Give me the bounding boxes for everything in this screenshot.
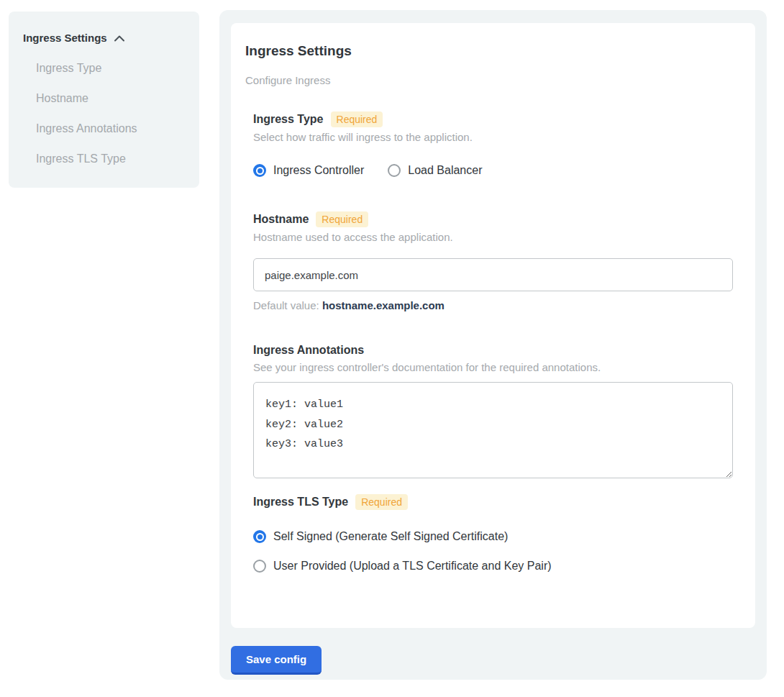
radio-option-user-provided[interactable]: User Provided (Upload a TLS Certificate …	[253, 559, 733, 573]
chevron-up-icon	[114, 35, 125, 42]
settings-sidebar: Ingress Settings Ingress Type Hostname I…	[9, 12, 199, 188]
radio-label-load-balancer[interactable]: Load Balancer	[408, 163, 482, 178]
required-badge: Required	[316, 211, 368, 227]
default-value-text: hostname.example.com	[322, 299, 445, 311]
default-value-prefix: Default value:	[253, 299, 322, 311]
card-title: Ingress Settings	[245, 43, 741, 59]
ingress-annotations-textarea[interactable]: key1: value1 key2: value2 key3: value3	[253, 382, 733, 478]
hostname-default-value: Default value: hostname.example.com	[253, 299, 733, 312]
sidebar-item-hostname[interactable]: Hostname	[23, 91, 185, 106]
radio-unselected-icon[interactable]	[253, 560, 266, 573]
sidebar-item-ingress-tls-type[interactable]: Ingress TLS Type	[23, 152, 185, 166]
sidebar-group-title: Ingress Settings	[23, 31, 107, 45]
section-label-ingress-annotations: Ingress Annotations	[253, 343, 364, 357]
section-ingress-type: Ingress Type Required Select how traffic…	[253, 111, 733, 178]
sidebar-item-ingress-annotations[interactable]: Ingress Annotations	[23, 122, 185, 136]
section-hostname: Hostname Required Hostname used to acces…	[253, 211, 733, 312]
radio-label-ingress-controller[interactable]: Ingress Controller	[273, 163, 364, 178]
section-desc-ingress-annotations: See your ingress controller's documentat…	[253, 361, 733, 374]
sidebar-item-ingress-type[interactable]: Ingress Type	[23, 61, 185, 76]
section-ingress-tls-type: Ingress TLS Type Required Self Signed (G…	[253, 494, 733, 573]
section-desc-hostname: Hostname used to access the application.	[253, 231, 733, 244]
config-panel: Ingress Settings Configure Ingress Ingre…	[219, 10, 767, 680]
radio-option-load-balancer[interactable]: Load Balancer	[388, 163, 482, 178]
page: Ingress Settings Ingress Type Hostname I…	[0, 0, 784, 697]
section-label-hostname: Hostname	[253, 212, 309, 227]
sidebar-group-ingress-settings[interactable]: Ingress Settings	[23, 31, 185, 45]
radio-option-self-signed[interactable]: Self Signed (Generate Self Signed Certif…	[253, 529, 733, 544]
save-config-button[interactable]: Save config	[231, 646, 322, 675]
ingress-settings-card: Ingress Settings Configure Ingress Ingre…	[231, 23, 755, 628]
card-subtitle: Configure Ingress	[245, 74, 741, 87]
radio-selected-icon[interactable]	[253, 164, 266, 177]
radio-label-self-signed[interactable]: Self Signed (Generate Self Signed Certif…	[273, 529, 508, 544]
section-desc-ingress-type: Select how traffic will ingress to the a…	[253, 131, 733, 144]
section-ingress-annotations: Ingress Annotations See your ingress con…	[253, 343, 733, 478]
required-badge: Required	[355, 494, 408, 510]
section-label-ingress-type: Ingress Type	[253, 112, 324, 127]
radio-unselected-icon[interactable]	[388, 164, 401, 177]
ingress-type-radio-group: Ingress Controller Load Balancer	[253, 163, 733, 178]
radio-option-ingress-controller[interactable]: Ingress Controller	[253, 163, 364, 178]
section-label-ingress-tls-type: Ingress TLS Type	[253, 495, 348, 509]
radio-label-user-provided[interactable]: User Provided (Upload a TLS Certificate …	[273, 559, 552, 573]
radio-selected-icon[interactable]	[253, 530, 266, 543]
required-badge: Required	[331, 111, 383, 127]
hostname-input[interactable]	[253, 258, 733, 291]
